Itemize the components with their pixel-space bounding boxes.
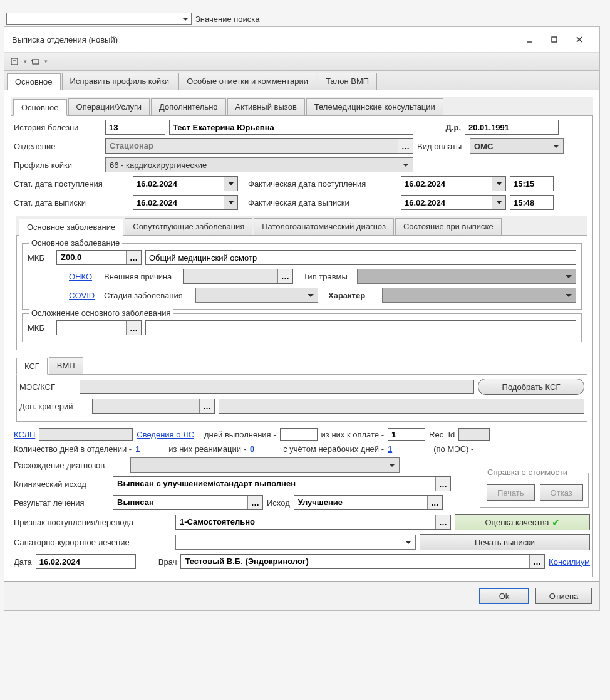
tab-main[interactable]: Основное <box>7 73 61 90</box>
refuse-cost-button[interactable]: Отказ <box>540 484 583 501</box>
complication-mkb-input[interactable]: … <box>56 320 142 335</box>
clinical-outcome-lookup-icon[interactable]: … <box>435 477 450 491</box>
mkb-label: МКБ <box>28 253 53 263</box>
top-dropdown[interactable] <box>6 13 192 25</box>
payment-type-combo[interactable]: ОМС <box>470 138 564 154</box>
ext-cause-lookup-icon[interactable]: … <box>277 269 292 283</box>
dob-input[interactable]: 20.01.1991 <box>465 120 559 135</box>
chevron-down-icon <box>497 201 502 204</box>
subtab-operations[interactable]: Операции/Услуги <box>68 98 150 115</box>
extra-criterion-lookup-icon[interactable]: … <box>199 399 214 413</box>
window-title: Выписка отделения (новый) <box>12 35 118 44</box>
mkb-code-input[interactable]: Z00.0 … <box>56 250 142 265</box>
consilium-link[interactable]: Консилиум <box>549 557 590 567</box>
doctor-input[interactable]: Тестовый В.Б. (Эндокринолог) … <box>180 554 545 569</box>
kslp-link[interactable]: КСЛП <box>14 430 35 439</box>
admit-sign-lookup-icon[interactable]: … <box>435 515 450 529</box>
close-button[interactable] <box>567 32 592 47</box>
disease-stage-combo[interactable] <box>195 288 318 303</box>
svg-rect-4 <box>11 58 18 65</box>
tab-fix-bed-profile[interactable]: Исправить профиль койки <box>62 73 178 90</box>
extra-criterion-input[interactable]: … <box>92 399 215 414</box>
ls-info-link[interactable]: Сведения о ЛС <box>137 430 194 439</box>
mes-ksg-input <box>80 380 474 394</box>
days-dept-value: 1 <box>135 444 140 454</box>
admit-sign-input[interactable]: 1-Самостоятельно … <box>175 515 451 530</box>
ksgtab-vmp[interactable]: ВМП <box>49 357 83 374</box>
department-field[interactable]: Стационар … <box>105 138 413 154</box>
disease-stage-label: Стадия заболевания <box>104 291 192 300</box>
clinical-outcome-label: Клинический исход <box>14 479 109 489</box>
stat-discharge-date-picker[interactable]: 16.02.2024 <box>133 195 238 210</box>
actual-discharge-time-input[interactable]: 15:48 <box>510 195 554 210</box>
onko-link[interactable]: ОНКО <box>69 272 100 281</box>
days-exec-label: дней выполнения - <box>198 430 276 439</box>
complication-mkb-lookup-icon[interactable]: … <box>126 321 141 335</box>
discharge-window: Выписка отделения (новый) ▾ ▾ Основное И… <box>4 26 600 611</box>
mkb-name-input[interactable]: Общий медицинский осмотр <box>145 250 576 265</box>
patient-name-input[interactable]: Тест Екатерина Юрьевна <box>169 120 413 135</box>
bed-profile-combo[interactable]: 66 - кардиохирургические <box>105 157 413 172</box>
diagtab-comorbid[interactable]: Сопутствующие заболевания <box>125 218 252 235</box>
history-number-input[interactable]: 13 <box>105 120 165 135</box>
nowork-value-link[interactable]: 1 <box>388 444 392 454</box>
divergence-label: Расхождение диагнозов <box>14 461 127 470</box>
toolbar-icon-2[interactable] <box>29 55 43 68</box>
print-discharge-button[interactable]: Печать выписки <box>420 534 590 550</box>
stat-admit-date-label: Стат. дата поступления <box>14 179 129 189</box>
outcome-lookup-icon[interactable]: … <box>427 496 442 509</box>
chevron-down-icon <box>229 201 234 204</box>
payment-type-label: Вид оплаты <box>417 142 466 151</box>
ksgtab-ksg[interactable]: КСГ <box>16 358 48 375</box>
date-input[interactable]: 16.02.2024 <box>36 554 136 569</box>
external-cause-input[interactable]: … <box>183 269 293 284</box>
chevron-down-icon <box>229 182 234 185</box>
mkb-lookup-icon[interactable]: … <box>126 251 141 264</box>
department-lookup-icon[interactable]: … <box>398 139 413 153</box>
print-cost-button[interactable]: Печать <box>487 484 535 501</box>
clinical-outcome-input[interactable]: Выписан с улучшением/стандарт выполнен … <box>113 476 451 491</box>
minimize-button[interactable] <box>517 32 542 47</box>
subtab-additional[interactable]: Дополнительно <box>151 98 226 115</box>
subtab-telemedicine[interactable]: Телемедицинские консультации <box>306 98 443 115</box>
stat-admit-date-picker[interactable]: 16.02.2024 <box>133 176 238 191</box>
toolbar-dropdown-arrow-2[interactable]: ▾ <box>44 58 48 65</box>
subtab-active-call[interactable]: Активный вызов <box>227 98 305 115</box>
subtab-main[interactable]: Основное <box>13 99 67 116</box>
doctor-lookup-icon[interactable]: … <box>529 555 544 568</box>
sanatorium-combo[interactable] <box>175 535 416 550</box>
toolbar-icon-1[interactable] <box>8 55 22 68</box>
sanatorium-label: Санаторно-курортное лечение <box>14 538 172 547</box>
toolbar-dropdown-arrow[interactable]: ▾ <box>24 58 27 65</box>
trauma-type-combo[interactable] <box>357 269 576 284</box>
complication-mkb-name-input[interactable] <box>145 320 576 335</box>
diagtab-pathoanatomical[interactable]: Патологоанатомический диагноз <box>254 218 394 235</box>
treatment-result-label: Результат лечения <box>14 498 109 508</box>
diagnosis-tabs: Основное заболевание Сопутствующие забол… <box>16 216 587 235</box>
chevron-down-icon <box>182 18 189 21</box>
treatment-result-lookup-icon[interactable]: … <box>247 496 262 509</box>
actual-discharge-date-picker[interactable]: 16.02.2024 <box>401 195 506 210</box>
treatment-result-input[interactable]: Выписан … <box>113 495 263 510</box>
tab-special-marks[interactable]: Особые отметки и комментарии <box>178 73 316 90</box>
divergence-combo[interactable] <box>130 457 400 473</box>
actual-admit-date-picker[interactable]: 16.02.2024 <box>401 176 506 191</box>
ok-button[interactable]: Ok <box>479 588 529 604</box>
maximize-button[interactable] <box>542 32 567 47</box>
diagtab-discharge-state[interactable]: Состояние при выписке <box>395 218 502 235</box>
cancel-button[interactable]: Отмена <box>535 588 592 604</box>
actual-admit-time-input[interactable]: 15:15 <box>510 176 554 191</box>
check-icon: ✔ <box>552 516 560 528</box>
actual-admit-date-label: Фактическая дата поступления <box>242 179 397 189</box>
external-cause-label: Внешняя причина <box>104 272 179 281</box>
diagtab-main[interactable]: Основное заболевание <box>19 219 123 236</box>
character-combo[interactable] <box>382 288 576 303</box>
pick-ksg-button[interactable]: Подобрать КСГ <box>478 379 584 395</box>
days-exec-input[interactable] <box>280 428 318 441</box>
search-value-label: Значение поиска <box>195 14 260 24</box>
covid-link[interactable]: COVID <box>69 291 100 300</box>
tab-vmp-ticket[interactable]: Талон ВМП <box>318 73 377 90</box>
outcome-input[interactable]: Улучшение … <box>294 495 443 510</box>
days-pay-input[interactable]: 1 <box>388 428 425 441</box>
quality-assessment-button[interactable]: Оценка качества ✔ <box>455 514 590 530</box>
